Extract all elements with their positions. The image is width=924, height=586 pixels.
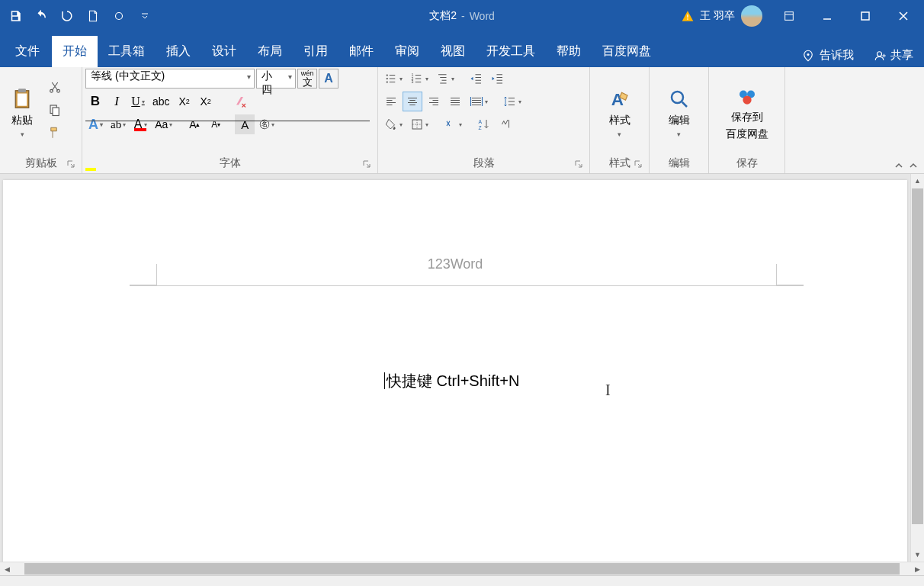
styles-button[interactable]: A 样式 ▾	[601, 72, 639, 153]
tab-developer[interactable]: 开发工具	[476, 36, 546, 67]
tab-view[interactable]: 视图	[430, 36, 476, 67]
strikethrough-button[interactable]: abc	[149, 92, 173, 111]
paste-button[interactable]: 粘贴 ▾	[3, 72, 41, 153]
increase-indent-button[interactable]	[488, 69, 508, 89]
close-button[interactable]	[886, 0, 921, 32]
svg-point-4	[877, 51, 882, 56]
clipboard-launcher-icon[interactable]	[66, 159, 77, 170]
tab-review[interactable]: 审阅	[384, 36, 430, 67]
align-right-button[interactable]	[424, 92, 444, 111]
scroll-up-button[interactable]: ▲	[911, 174, 924, 188]
char-shading-button[interactable]: A	[235, 114, 255, 134]
title-bar: 文档2 - Word 王 羽卒	[0, 0, 924, 32]
justify-button[interactable]	[445, 92, 465, 111]
sort-button[interactable]: AZ	[474, 114, 494, 134]
format-painter-button[interactable]	[44, 124, 66, 142]
decrease-indent-button[interactable]	[467, 69, 486, 89]
borders-button[interactable]	[407, 114, 432, 134]
group-clipboard: 粘贴 ▾ 剪贴板	[0, 67, 82, 173]
group-clipboard-label: 剪贴板	[3, 153, 79, 173]
tab-mailings[interactable]: 邮件	[338, 36, 384, 67]
styles-launcher-icon[interactable]	[634, 159, 644, 170]
tab-insert[interactable]: 插入	[156, 36, 201, 67]
asian-layout-button[interactable]: ☓	[441, 114, 465, 134]
svg-rect-6	[18, 89, 26, 92]
font-size-select[interactable]: 小四	[256, 69, 296, 89]
align-left-button[interactable]	[381, 92, 401, 111]
cut-button[interactable]	[44, 78, 66, 96]
text-effects-button[interactable]: A	[85, 114, 106, 134]
page[interactable]: 123Word 快捷键 Ctrl+Shift+N I	[3, 180, 907, 562]
underline-button[interactable]: U	[128, 92, 148, 111]
horizontal-scrollbar[interactable]: ◀ ▶	[0, 562, 924, 575]
line-spacing-button[interactable]	[500, 92, 525, 111]
phonetic-guide-button[interactable]: wén 文	[297, 69, 317, 89]
clear-formatting-button[interactable]	[231, 92, 251, 111]
change-case-button[interactable]: Aa	[152, 114, 175, 134]
hscroll-track[interactable]	[14, 562, 910, 575]
vscroll-thumb[interactable]	[912, 188, 923, 524]
minimize-button[interactable]	[810, 0, 845, 32]
distributed-button[interactable]	[467, 92, 491, 111]
tab-file[interactable]: 文件	[3, 36, 52, 67]
qat-customize-button[interactable]	[133, 4, 157, 28]
enclose-char-button[interactable]: ㊔	[256, 114, 278, 134]
tell-me-search[interactable]: 告诉我	[801, 48, 854, 63]
ribbon-options-button[interactable]	[772, 0, 807, 32]
scroll-down-button[interactable]: ▼	[911, 548, 924, 562]
new-doc-button[interactable]	[81, 4, 105, 28]
save-to-baidu-button[interactable]: 保存到 百度网盘	[717, 72, 778, 153]
highlight-button[interactable]: ab	[107, 114, 129, 134]
quick-access-toolbar	[3, 4, 157, 28]
show-marks-button[interactable]	[496, 114, 515, 134]
svg-text:Z: Z	[479, 125, 482, 130]
subscript-button[interactable]: X2	[175, 92, 194, 111]
italic-button[interactable]: I	[107, 92, 127, 111]
copy-button[interactable]	[44, 101, 66, 119]
tab-help[interactable]: 帮助	[546, 36, 592, 67]
svg-rect-2	[861, 12, 869, 20]
char-border-button[interactable]: A	[319, 69, 338, 89]
svg-rect-7	[18, 93, 27, 105]
editing-button[interactable]: 编辑 ▾	[660, 72, 698, 153]
font-launcher-icon[interactable]	[362, 159, 373, 170]
save-button[interactable]	[3, 4, 27, 28]
user-avatar[interactable]	[741, 5, 762, 27]
undo-button[interactable]	[29, 4, 53, 28]
tab-home[interactable]: 开始	[52, 36, 98, 67]
grow-font-button[interactable]: A▴	[184, 114, 204, 134]
tab-references[interactable]: 引用	[293, 36, 338, 67]
vertical-scrollbar[interactable]: ▲ ▼	[910, 174, 924, 562]
svg-point-14	[387, 81, 388, 82]
window-title: 文档2 - Word	[429, 9, 495, 23]
align-center-button[interactable]	[403, 92, 422, 111]
svg-point-26	[743, 95, 751, 104]
maximize-button[interactable]	[848, 0, 883, 32]
shading-button[interactable]	[381, 114, 406, 134]
multilevel-list-button[interactable]	[433, 69, 457, 89]
bullets-button[interactable]	[381, 69, 406, 89]
paragraph-launcher-icon[interactable]	[574, 159, 585, 170]
tab-toolbox[interactable]: 工具箱	[98, 36, 156, 67]
share-button[interactable]: 共享	[874, 48, 913, 63]
document-scroll[interactable]: 123Word 快捷键 Ctrl+Shift+N I	[0, 174, 910, 562]
font-name-select[interactable]: 等线 (中文正文)	[85, 69, 255, 89]
bold-button[interactable]: B	[85, 92, 105, 111]
tab-baidu[interactable]: 百度网盘	[592, 36, 662, 67]
tab-design[interactable]: 设计	[201, 36, 247, 67]
document-body-text[interactable]: 快捷键 Ctrl+Shift+N	[384, 371, 519, 391]
group-save: 保存到 百度网盘 保存	[709, 67, 785, 173]
shrink-font-button[interactable]: A▾	[206, 114, 226, 134]
group-styles: A 样式 ▾ 样式	[590, 67, 650, 173]
collapse-ribbon-chevron[interactable]	[906, 158, 921, 173]
scroll-right-button[interactable]: ▶	[910, 562, 924, 575]
numbering-button[interactable]: 123	[407, 69, 432, 89]
svg-point-23	[672, 92, 683, 103]
superscript-button[interactable]: X2	[196, 92, 216, 111]
tab-layout[interactable]: 布局	[247, 36, 293, 67]
touch-mode-button[interactable]	[107, 4, 131, 28]
redo-button[interactable]	[55, 4, 79, 28]
scroll-left-button[interactable]: ◀	[0, 562, 14, 575]
hscroll-thumb[interactable]	[24, 563, 900, 575]
font-color-button[interactable]: A	[130, 114, 150, 134]
